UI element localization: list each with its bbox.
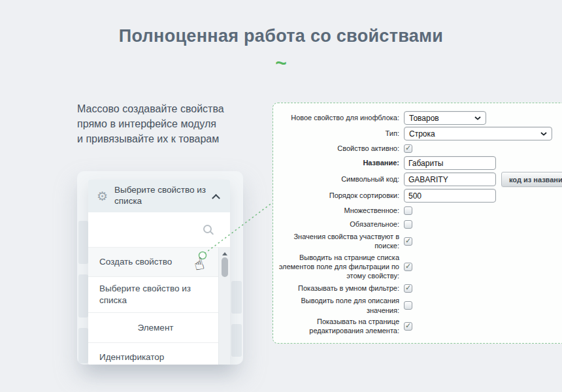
intro-line: и привязывайте их к товарам — [77, 131, 260, 146]
active-checkbox[interactable] — [404, 144, 412, 153]
type-select[interactable]: Строка — [404, 127, 552, 140]
field-label: Показывать на странице редактирования эл… — [273, 317, 404, 336]
list-item-label: Элемент — [137, 322, 173, 334]
sort-order-input[interactable] — [404, 189, 496, 203]
chevron-up-icon — [212, 193, 220, 202]
show-on-edit-page-checkbox[interactable] — [404, 322, 412, 331]
field-label: Выводить на странице списка элементов по… — [273, 253, 404, 281]
search-icon — [203, 225, 212, 233]
list-item-label: Идентификатор — [99, 351, 164, 363]
new-property-form: Новое свойство для инофблока: Товаров Ти… — [273, 103, 562, 344]
background-row-ghost — [78, 221, 88, 264]
field-label: Множественное: — [273, 206, 404, 215]
required-checkbox[interactable] — [404, 220, 412, 229]
infoblock-select[interactable]: Товаров — [404, 111, 486, 125]
list-item-label: Выберите свойство из списка — [99, 283, 201, 306]
background-row-ghost — [78, 328, 88, 363]
background-row-ghost — [231, 281, 242, 314]
intro-line: прямо в интерфейсе модуля — [77, 116, 260, 131]
chevron-down-icon — [540, 132, 547, 136]
dropdown-header[interactable]: ⚙ Выберите свойство из списка — [88, 180, 230, 212]
list-item-select-property[interactable]: Выберите свойство из списка — [88, 276, 230, 312]
field-label: Свойство активно: — [273, 144, 404, 153]
smart-filter-checkbox[interactable] — [404, 284, 412, 293]
value-description-checkbox[interactable] — [404, 301, 412, 310]
dropdown-header-label: Выберите свойство из списка — [114, 185, 213, 207]
field-label: Тип: — [273, 129, 404, 138]
tilde-divider: ~ — [0, 54, 562, 73]
field-label: Порядок сортировки: — [273, 191, 404, 200]
list-item-create-property[interactable]: Создать свойство — [88, 248, 230, 276]
name-input[interactable] — [404, 156, 496, 170]
field-label: Значения свойства участвуют в поиске: — [273, 232, 404, 251]
multiple-checkbox[interactable] — [404, 206, 412, 215]
property-select-dropdown: ⚙ Выберите свойство из списка Создать св… — [88, 180, 230, 365]
select-value: Товаров — [409, 114, 439, 123]
intro-text: Массово создавайте свойства прямо в инте… — [77, 101, 260, 147]
gear-icon: ⚙ — [97, 190, 108, 203]
intro-line: Массово создавайте свойства — [77, 101, 260, 116]
background-row-ghost — [78, 274, 88, 318]
page-title: Полноценная работа со свойствами — [0, 26, 562, 46]
select-value: Строка — [409, 129, 435, 139]
code-from-name-button[interactable]: код из названия — [501, 172, 562, 187]
symbolic-code-input[interactable] — [404, 172, 496, 186]
property-search-input[interactable] — [88, 212, 230, 248]
searchable-checkbox[interactable] — [404, 237, 412, 246]
scrollbar-thumb[interactable] — [222, 257, 228, 277]
list-item-identifier[interactable]: Идентификатор — [88, 342, 230, 365]
list-item-label: Создать свойство — [99, 256, 172, 268]
field-label: Новое свойство для инофблока: — [273, 113, 404, 122]
scroll-up-icon[interactable] — [222, 252, 227, 255]
field-label: Показывать в умном фильтре: — [273, 284, 404, 293]
field-label: Выводить поле для описания значения: — [273, 296, 404, 315]
chevron-down-icon — [474, 116, 481, 120]
field-label: Название: — [273, 158, 404, 167]
field-label: Символьный код: — [273, 174, 404, 184]
field-label: Обязательное: — [273, 220, 404, 229]
background-row-ghost — [231, 324, 242, 357]
scrollbar[interactable] — [218, 248, 230, 365]
list-item-element[interactable]: Элемент — [88, 312, 230, 342]
filter-checkbox[interactable] — [404, 263, 412, 271]
